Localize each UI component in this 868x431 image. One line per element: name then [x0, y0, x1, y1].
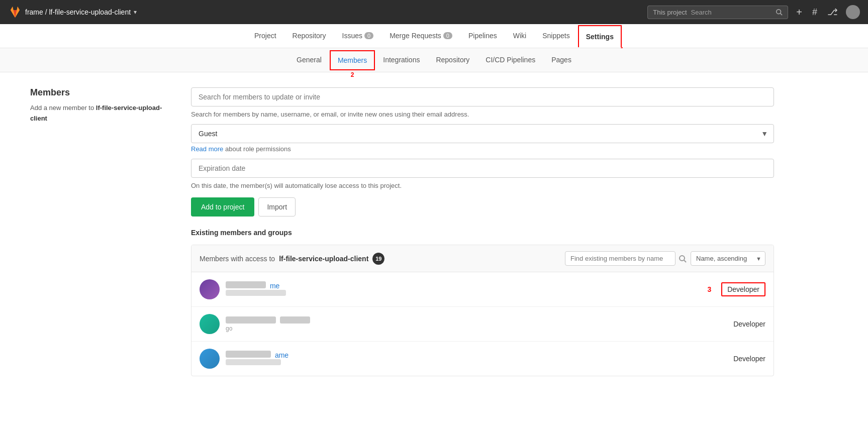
- svg-point-5: [777, 10, 781, 14]
- expiration-hint-text: On this date, the member(s) will automat…: [191, 182, 774, 189]
- merge-icon[interactable]: ⎇: [825, 7, 840, 18]
- nav-item-pipelines[interactable]: Pipelines: [460, 24, 505, 48]
- subnav-item-members[interactable]: Members: [330, 50, 375, 70]
- expiration-date-input[interactable]: [191, 159, 774, 178]
- avatar-3: [200, 349, 220, 369]
- search-label-text: Search: [691, 9, 712, 16]
- top-nav: frame / lf-file-service-upload-client ▾ …: [0, 0, 868, 24]
- second-nav: Project Repository Issues 0 Merge Reques…: [0, 24, 868, 48]
- members-annotation: 2: [351, 71, 354, 78]
- import-button[interactable]: Import: [258, 197, 296, 217]
- members-filter-wrapper: [565, 251, 687, 266]
- members-table: Members with access to lf-file-service-u…: [191, 245, 774, 376]
- member-1-sub: [226, 290, 701, 297]
- members-project-name: lf-file-service-upload-client: [279, 255, 368, 263]
- member-count-badge: 19: [372, 253, 384, 265]
- hash-icon[interactable]: #: [810, 7, 819, 18]
- members-search-icon: [679, 255, 687, 263]
- nav-item-issues[interactable]: Issues 0: [334, 24, 382, 48]
- nav-item-repository[interactable]: Repository: [284, 24, 334, 48]
- svg-line-6: [781, 14, 783, 16]
- member-1-role: Developer: [721, 282, 765, 296]
- merge-requests-badge: 0: [443, 32, 452, 39]
- subnav-item-cicd[interactable]: CI/CD Pipelines: [477, 48, 543, 72]
- member-3-sub: [226, 359, 727, 367]
- nav-item-project[interactable]: Project: [246, 24, 284, 48]
- read-more-suffix: about role permissions: [225, 145, 291, 153]
- gitlab-fox-icon: [8, 5, 22, 19]
- existing-members-label: Existing members and groups: [191, 229, 774, 237]
- role-select-wrapper: Guest Reporter Developer Maintainer Owne…: [191, 124, 774, 143]
- main-content: Members Add a new member to lf-file-serv…: [0, 72, 804, 391]
- add-to-project-button[interactable]: Add to project: [191, 197, 254, 217]
- subnav-item-repository[interactable]: Repository: [428, 48, 477, 72]
- member-3-role: Developer: [733, 355, 765, 363]
- this-project-label: This project: [653, 9, 687, 16]
- svg-point-7: [680, 256, 685, 261]
- svg-line-8: [684, 260, 686, 262]
- member-1-info: me: [226, 281, 701, 297]
- search-icon: [776, 9, 783, 16]
- user-avatar-icon[interactable]: [846, 5, 860, 19]
- subnav-item-pages[interactable]: Pages: [543, 48, 580, 72]
- blurred-name-2a: [226, 316, 276, 324]
- member-3-name-link[interactable]: ame: [275, 351, 288, 359]
- member-row-1: me 3 Developer: [191, 272, 774, 307]
- existing-members-section: Existing members and groups Members with…: [191, 229, 774, 376]
- blurred-name-1a: [226, 281, 266, 288]
- sort-wrapper: Name, ascending Name, descending Last jo…: [691, 251, 765, 266]
- nav-item-snippets[interactable]: Snippets: [534, 24, 577, 48]
- sidebar: Members Add a new member to lf-file-serv…: [30, 87, 166, 376]
- sub-nav: General Members 2 Integrations Repositor…: [0, 48, 868, 72]
- member-row-3: ame Developer: [191, 342, 774, 376]
- member-2-info: go: [226, 316, 727, 332]
- member-2-name-link[interactable]: [280, 316, 310, 324]
- nav-item-merge-requests[interactable]: Merge Requests 0: [381, 24, 460, 48]
- member-search-input[interactable]: [191, 87, 774, 106]
- dropdown-arrow-icon: ▾: [134, 9, 137, 16]
- top-nav-search-box[interactable]: This project Search: [647, 6, 788, 19]
- blurred-name-3a: [226, 351, 271, 358]
- members-title: Members: [30, 87, 166, 98]
- nav-item-settings[interactable]: Settings: [578, 25, 622, 47]
- members-table-header: Members with access to lf-file-service-u…: [191, 245, 774, 272]
- subnav-item-integrations[interactable]: Integrations: [375, 48, 428, 72]
- search-hint-text: Search for members by name, username, or…: [191, 111, 774, 118]
- plus-icon[interactable]: +: [794, 7, 804, 18]
- members-search-input[interactable]: [565, 251, 676, 266]
- member-row-2: go Developer: [191, 307, 774, 342]
- sort-select[interactable]: Name, ascending Name, descending Last jo…: [691, 251, 765, 266]
- avatar-1: [200, 279, 220, 299]
- member-2-role: Developer: [733, 320, 765, 328]
- read-more-text: Read more about role permissions: [191, 145, 774, 153]
- member-2-sub: go: [226, 325, 727, 332]
- member-3-info: ame: [226, 351, 727, 367]
- subnav-members-wrapper: Members 2: [330, 50, 375, 70]
- members-header-prefix: Members with access to: [200, 255, 275, 263]
- gitlab-logo-link[interactable]: frame / lf-file-service-upload-client ▾: [8, 5, 137, 19]
- read-more-link[interactable]: Read more: [191, 145, 223, 153]
- issues-badge: 0: [364, 32, 373, 39]
- breadcrumb-text: frame / lf-file-service-upload-client: [25, 8, 131, 16]
- avatar-2: [200, 314, 220, 334]
- role-select[interactable]: Guest Reporter Developer Maintainer Owne…: [191, 124, 774, 143]
- actions-row: Add to project Import: [191, 197, 774, 217]
- content-area: Search for members by name, username, or…: [191, 87, 774, 376]
- add-member-form: Search for members by name, username, or…: [191, 87, 774, 217]
- nav-item-settings-wrapper: Settings 1: [578, 25, 622, 47]
- sidebar-description: Add a new member to lf-file-service-uplo…: [30, 103, 166, 124]
- nav-item-wiki[interactable]: Wiki: [505, 24, 534, 48]
- member-1-name-link[interactable]: me: [270, 282, 279, 290]
- member-annotation-3: 3: [707, 285, 711, 293]
- subnav-item-general[interactable]: General: [288, 48, 330, 72]
